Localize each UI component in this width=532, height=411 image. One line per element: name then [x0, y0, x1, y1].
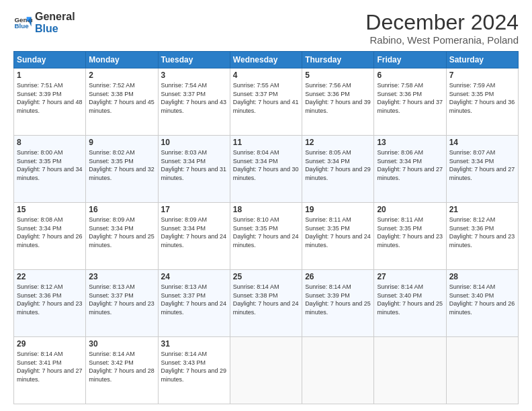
calendar-header-row: Sunday Monday Tuesday Wednesday Thursday… — [14, 52, 519, 68]
day-number: 10 — [161, 138, 227, 147]
day-info: Sunrise: 8:14 AM Sunset: 3:39 PM Dayligh… — [305, 283, 371, 316]
sunrise-label: Sunrise: 8:03 AM — [161, 149, 208, 156]
daylight-label: Daylight: 7 hours and 25 minutes. — [89, 233, 154, 248]
day-info: Sunrise: 8:07 AM Sunset: 3:34 PM Dayligh… — [449, 148, 515, 182]
table-row — [302, 337, 374, 404]
sunset-label: Sunset: 3:34 PM — [305, 158, 350, 165]
sunrise-label: Sunrise: 8:14 AM — [17, 351, 63, 357]
daylight-label: Daylight: 7 hours and 23 minutes. — [17, 300, 83, 316]
sunrise-label: Sunrise: 8:11 AM — [377, 216, 423, 223]
sunset-label: Sunset: 3:34 PM — [377, 158, 422, 165]
day-number: 21 — [449, 205, 515, 214]
daylight-label: Daylight: 7 hours and 26 minutes. — [17, 233, 83, 248]
table-row: 24 Sunrise: 8:13 AM Sunset: 3:37 PM Dayl… — [158, 270, 230, 337]
sunset-label: Sunset: 3:35 PM — [449, 91, 494, 97]
sunrise-label: Sunrise: 8:09 AM — [89, 216, 135, 223]
sunrise-label: Sunrise: 8:00 AM — [17, 149, 63, 156]
sunset-label: Sunset: 3:35 PM — [17, 158, 62, 165]
daylight-label: Daylight: 7 hours and 27 minutes. — [17, 367, 83, 383]
day-info: Sunrise: 7:59 AM Sunset: 3:35 PM Dayligh… — [449, 81, 515, 115]
daylight-label: Daylight: 7 hours and 24 minutes. — [161, 233, 227, 248]
day-number: 13 — [377, 138, 443, 147]
sunrise-label: Sunrise: 8:14 AM — [305, 283, 351, 290]
calendar-week-row: 1 Sunrise: 7:51 AM Sunset: 3:39 PM Dayli… — [14, 68, 519, 136]
day-number: 2 — [89, 71, 154, 80]
sunrise-label: Sunrise: 8:12 AM — [449, 216, 496, 223]
sunset-label: Sunset: 3:34 PM — [161, 225, 206, 232]
day-info: Sunrise: 8:14 AM Sunset: 3:41 PM Dayligh… — [17, 350, 83, 383]
daylight-label: Daylight: 7 hours and 32 minutes. — [89, 166, 154, 181]
page: General Blue General Blue December 2024 … — [0, 0, 532, 411]
sunset-label: Sunset: 3:34 PM — [161, 158, 206, 165]
sunrise-label: Sunrise: 7:55 AM — [233, 82, 279, 89]
daylight-label: Daylight: 7 hours and 23 minutes. — [89, 300, 154, 316]
day-number: 7 — [449, 71, 515, 80]
day-number: 23 — [89, 272, 154, 281]
table-row — [374, 337, 446, 404]
table-row: 1 Sunrise: 7:51 AM Sunset: 3:39 PM Dayli… — [14, 68, 86, 136]
day-info: Sunrise: 8:12 AM Sunset: 3:36 PM Dayligh… — [17, 283, 83, 316]
daylight-label: Daylight: 7 hours and 27 minutes. — [449, 166, 515, 181]
sunrise-label: Sunrise: 7:52 AM — [89, 82, 135, 89]
day-number: 12 — [305, 138, 371, 147]
table-row: 2 Sunrise: 7:52 AM Sunset: 3:38 PM Dayli… — [86, 68, 158, 136]
day-number: 1 — [17, 71, 83, 80]
daylight-label: Daylight: 7 hours and 23 minutes. — [377, 233, 443, 248]
sunset-label: Sunset: 3:35 PM — [377, 225, 422, 232]
logo-text-blue: Blue — [35, 23, 75, 35]
day-info: Sunrise: 7:52 AM Sunset: 3:38 PM Dayligh… — [89, 81, 154, 115]
sunrise-label: Sunrise: 8:14 AM — [161, 351, 208, 357]
sunrise-label: Sunrise: 8:14 AM — [449, 283, 496, 290]
daylight-label: Daylight: 7 hours and 34 minutes. — [17, 166, 83, 181]
day-info: Sunrise: 8:13 AM Sunset: 3:37 PM Dayligh… — [161, 283, 227, 316]
svg-text:Blue: Blue — [14, 22, 29, 30]
sunset-label: Sunset: 3:35 PM — [89, 158, 134, 165]
daylight-label: Daylight: 7 hours and 25 minutes. — [305, 300, 371, 316]
col-tuesday: Tuesday — [158, 52, 230, 68]
table-row: 7 Sunrise: 7:59 AM Sunset: 3:35 PM Dayli… — [446, 68, 518, 136]
sunset-label: Sunset: 3:38 PM — [233, 292, 278, 299]
sunrise-label: Sunrise: 8:13 AM — [89, 283, 135, 290]
table-row: 23 Sunrise: 8:13 AM Sunset: 3:37 PM Dayl… — [86, 270, 158, 337]
daylight-label: Daylight: 7 hours and 24 minutes. — [161, 300, 227, 316]
sunrise-label: Sunrise: 7:59 AM — [449, 82, 496, 89]
day-number: 8 — [17, 138, 83, 147]
day-info: Sunrise: 8:08 AM Sunset: 3:34 PM Dayligh… — [17, 216, 83, 249]
day-info: Sunrise: 8:09 AM Sunset: 3:34 PM Dayligh… — [161, 216, 227, 249]
table-row: 17 Sunrise: 8:09 AM Sunset: 3:34 PM Dayl… — [158, 203, 230, 270]
day-number: 29 — [17, 339, 83, 349]
sunset-label: Sunset: 3:38 PM — [89, 91, 134, 97]
day-number: 20 — [377, 205, 443, 214]
title-block: December 2024 Rabino, West Pomerania, Po… — [365, 11, 519, 46]
daylight-label: Daylight: 7 hours and 23 minutes. — [449, 233, 515, 248]
day-number: 19 — [305, 205, 371, 214]
sunrise-label: Sunrise: 7:54 AM — [161, 82, 208, 89]
table-row: 4 Sunrise: 7:55 AM Sunset: 3:37 PM Dayli… — [230, 68, 302, 136]
day-info: Sunrise: 8:11 AM Sunset: 3:35 PM Dayligh… — [305, 216, 371, 249]
day-number: 28 — [449, 272, 515, 281]
col-friday: Friday — [374, 52, 446, 68]
sunrise-label: Sunrise: 8:13 AM — [161, 283, 208, 290]
table-row: 16 Sunrise: 8:09 AM Sunset: 3:34 PM Dayl… — [86, 203, 158, 270]
sunset-label: Sunset: 3:43 PM — [161, 359, 206, 366]
day-number: 31 — [161, 339, 227, 349]
day-number: 3 — [161, 71, 227, 80]
table-row: 20 Sunrise: 8:11 AM Sunset: 3:35 PM Dayl… — [374, 203, 446, 270]
sunrise-label: Sunrise: 8:08 AM — [17, 216, 63, 223]
day-number: 17 — [161, 205, 227, 214]
day-number: 4 — [233, 71, 299, 80]
daylight-label: Daylight: 7 hours and 36 minutes. — [449, 99, 515, 114]
main-title: December 2024 — [365, 11, 519, 34]
table-row: 8 Sunrise: 8:00 AM Sunset: 3:35 PM Dayli… — [14, 136, 86, 203]
table-row: 27 Sunrise: 8:14 AM Sunset: 3:40 PM Dayl… — [374, 270, 446, 337]
day-number: 15 — [17, 205, 83, 214]
sunset-label: Sunset: 3:37 PM — [89, 292, 134, 299]
day-info: Sunrise: 7:58 AM Sunset: 3:36 PM Dayligh… — [377, 81, 443, 115]
daylight-label: Daylight: 7 hours and 29 minutes. — [161, 367, 227, 383]
table-row: 15 Sunrise: 8:08 AM Sunset: 3:34 PM Dayl… — [14, 203, 86, 270]
day-number: 26 — [305, 272, 371, 281]
calendar-week-row: 8 Sunrise: 8:00 AM Sunset: 3:35 PM Dayli… — [14, 136, 519, 203]
sunrise-label: Sunrise: 7:56 AM — [305, 82, 351, 89]
day-info: Sunrise: 8:14 AM Sunset: 3:40 PM Dayligh… — [449, 283, 515, 316]
table-row: 12 Sunrise: 8:05 AM Sunset: 3:34 PM Dayl… — [302, 136, 374, 203]
